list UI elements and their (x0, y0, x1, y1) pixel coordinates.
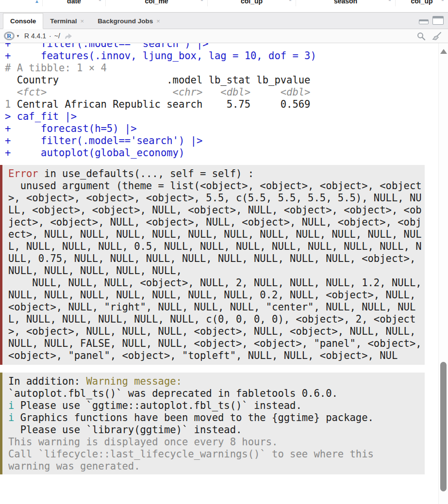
console-text-segment: NULL, NULL, NULL, NULL, NULL, NULL, NULL… (8, 289, 415, 301)
tab-background-jobs[interactable]: Background Jobs × (91, 13, 167, 29)
console-text-segment: Central African Republic search 5.75 0.5… (17, 98, 311, 110)
sort-icon[interactable]: ▲ (98, 0, 102, 2)
sort-ascending-icon[interactable]: ▲ (34, 0, 39, 4)
console-line: + autoplot(global_economy) (5, 147, 438, 159)
console-text-segment: <fct> <chr> <dbl> <dbl> (5, 86, 310, 98)
console-text-segment: i (8, 412, 14, 423)
console-line: i Graphics functions have been moved to … (8, 412, 422, 424)
console-text-segment: Country .model lb_stat lb_pvalue (5, 74, 310, 86)
console-line: + filter(.model=='search') |> (5, 135, 438, 147)
console-text-segment: # A tibble: 1 × 4 (5, 62, 107, 74)
console-text-segment: In addition: (8, 375, 86, 387)
viewer-column-header-date[interactable]: date ▲ (43, 0, 106, 6)
console-line: warning was generated. (8, 460, 422, 472)
console-text-segment: ect>, NULL, NULL, NULL, NULL, NULL, NULL… (8, 228, 422, 240)
scrollbar-thumb[interactable] (440, 362, 447, 491)
console-line: 1 Central African Republic search 5.75 0… (5, 98, 438, 111)
console-text-segment: This warning is displayed once every 8 h… (8, 436, 278, 448)
error-message-block: Error in use_defaults(..., self = self) … (0, 165, 425, 365)
console-line: + filter(.model== 'search') |> (5, 43, 438, 50)
console-line: NULL, NULL, FALSE, NULL, NULL, <object>,… (8, 338, 422, 350)
viewer-column-header-col-up-2[interactable]: col_up ▲ (396, 0, 448, 6)
console-line: # A tibble: 1 × 4 (5, 62, 438, 74)
close-icon[interactable]: × (81, 17, 84, 25)
sort-icon[interactable]: ▲ (441, 0, 445, 2)
separator-dot: · (49, 32, 51, 40)
viewer-column-header-col-me[interactable]: col_me ▲ (106, 0, 208, 6)
console-line: <object>, NULL, "right", NULL, NULL, NUL… (8, 301, 422, 313)
scroll-up-arrow-icon[interactable] (440, 49, 447, 54)
console-toolbar: R ▼ R 4.4.1 · ~/ (0, 29, 448, 43)
console-text-segment: Error (8, 168, 38, 179)
console-line: ect>, NULL, NULL, NULL, NULL, NULL, NULL… (8, 228, 422, 241)
console-line: ject>, <object>, NULL, <object>, NULL, <… (8, 216, 422, 228)
console-text-segment: > (5, 111, 17, 122)
console-text-segment: + forecast(h=5) |> (5, 123, 137, 134)
console-text-segment: <object>, "panel", <object>, "topleft", … (8, 350, 398, 361)
tab-console[interactable]: Console (3, 13, 43, 29)
clear-console-broom-icon[interactable] (431, 32, 442, 41)
console-line: In addition: Warning message: (8, 375, 422, 388)
console-line: >, <object>, <object>, <object>, 5.5, c(… (8, 192, 422, 204)
console-history: + filter(.model== 'search') |>+ features… (0, 43, 438, 159)
close-icon[interactable]: × (156, 17, 160, 25)
console-text-segment: `autoplot.fbl_ts()` was deprecated in fa… (8, 388, 338, 399)
console-text-segment: Please use `ggtime::autoplot.fbl_ts()` i… (14, 400, 301, 411)
chevron-down-icon[interactable]: ▼ (16, 34, 20, 38)
console-text-segment: Call `lifecycle::last_lifecycle_warnings… (8, 448, 374, 460)
console-text-segment: L, NULL, NULL, NULL, 0.5, NULL, NULL, NU… (8, 241, 422, 252)
console-text-segment: NULL, NULL, NULL, NULL, NULL, (8, 265, 182, 276)
sort-icon[interactable]: ▲ (388, 0, 392, 2)
console-text-segment: 1 (5, 98, 17, 110)
console-text-segment: L, NULL, NULL, NULL, NULL, NULL, c(0, 0,… (8, 313, 415, 325)
console-line: L, NULL, NULL, NULL, NULL, NULL, c(0, 0,… (8, 313, 422, 325)
console-line: <object>, "panel", <object>, "topleft", … (8, 350, 422, 362)
console-line: + forecast(h=5) |> (5, 123, 438, 135)
console-text-segment: unused argument (theme = list(<object>, … (8, 180, 422, 192)
working-directory-label: ~/ (54, 32, 60, 40)
console-line: L, NULL, NULL, NULL, 0.5, NULL, NULL, NU… (8, 241, 422, 253)
console-line: This warning is displayed once every 8 h… (8, 436, 422, 448)
console-line: ULL, 0.75, NULL, NULL, NULL, NULL, NULL,… (8, 253, 422, 265)
sort-icon[interactable]: ▲ (288, 0, 292, 2)
console-output: + filter(.model== 'search') |>+ features… (0, 43, 438, 504)
search-icon[interactable] (417, 32, 426, 41)
console-text-segment: i (8, 400, 14, 411)
console-text-segment: <object>, NULL, "right", NULL, NULL, NUL… (8, 301, 415, 313)
viewer-header-row: ▲ date ▲ col_me ▲ col_up ▲ season ▲ col_… (0, 0, 448, 6)
console-line: <fct> <chr> <dbl> <dbl> (5, 86, 438, 98)
console-text-segment: ject>, <object>, NULL, <object>, NULL, <… (8, 216, 422, 228)
console-text-segment: ULL, 0.75, NULL, NULL, NULL, NULL, NULL,… (8, 253, 415, 264)
toolbar-right-icons (417, 29, 442, 43)
console-line: LL, <object>, <object>, NULL, <object>, … (8, 204, 422, 216)
console-text-segment: Graphics functions have been moved to th… (14, 412, 374, 423)
console-text-segment: >, <object>, <object>, <object>, 5.5, c(… (8, 192, 422, 204)
sort-icon[interactable]: ▲ (200, 0, 204, 2)
console-text-segment: Please use `library(ggtime)` instead. (8, 424, 242, 436)
r-logo-icon[interactable]: R (4, 32, 15, 40)
data-viewer-header-strip: ▲ date ▲ col_me ▲ col_up ▲ season ▲ col_… (0, 0, 448, 6)
minimize-pane-icon[interactable] (419, 19, 429, 24)
console-tab-bar: Console Terminal × Background Jobs × (0, 13, 448, 29)
pane-window-controls (419, 16, 444, 25)
console-line: unused argument (theme = list(<object>, … (8, 180, 422, 192)
console-line: Call `lifecycle::last_lifecycle_warnings… (8, 448, 422, 460)
viewer-column-header-season[interactable]: season ▲ (296, 0, 396, 6)
console-line: NULL, NULL, NULL, <object>, NULL, 2, NUL… (8, 277, 422, 289)
console-pane: Console Terminal × Background Jobs × R ▼… (0, 12, 448, 504)
goto-directory-arrow-icon[interactable] (64, 33, 73, 39)
r-version-label: R 4.4.1 (24, 32, 46, 40)
maximize-pane-icon[interactable] (432, 16, 444, 25)
console-text-segment: + filter(.model=='search') |> (5, 135, 202, 146)
console-scrollbar[interactable] (438, 43, 448, 504)
console-prompt[interactable]: > (0, 491, 438, 504)
console-text-segment: + filter(.model== 'search') |> (5, 43, 209, 49)
console-text-segment: Warning message: (86, 375, 182, 387)
console-text-segment: >, <object>, NULL, NULL, NULL, <object>,… (8, 325, 415, 337)
console-text-segment: NULL, NULL, NULL, <object>, NULL, 2, NUL… (8, 277, 422, 289)
console-line: `autoplot.fbl_ts()` was deprecated in fa… (8, 388, 422, 400)
viewer-column-header-col-up[interactable]: col_up ▲ (208, 0, 296, 6)
tab-terminal[interactable]: Terminal × (43, 13, 91, 29)
console-line: Please use `library(ggtime)` instead. (8, 424, 422, 436)
console-line: Error in use_defaults(..., self = self) … (8, 168, 422, 180)
